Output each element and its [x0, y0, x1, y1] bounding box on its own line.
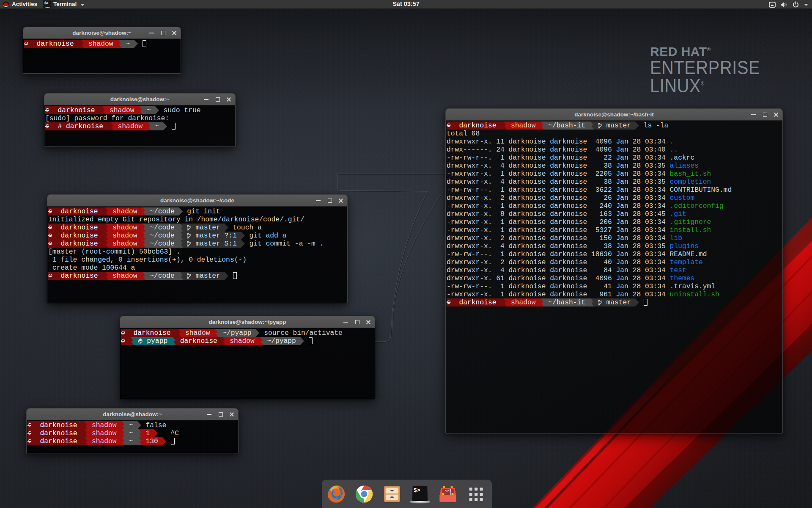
svg-text:$>: $>	[414, 487, 420, 494]
